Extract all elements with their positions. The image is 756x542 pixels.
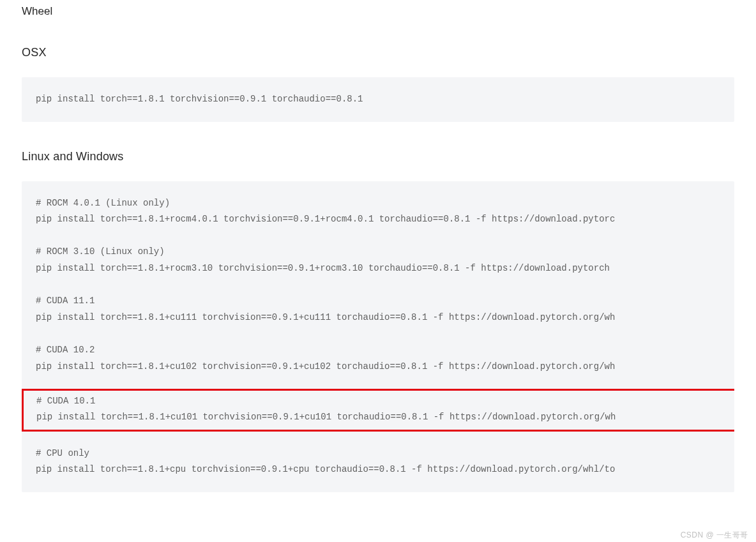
code-segment-highlight: # CUDA 10.1 pip install torch==1.8.1+cu1…: [36, 396, 616, 423]
heading-wheel: Wheel: [22, 5, 734, 18]
code-segment-bottom: # CPU only pip install torch==1.8.1+cpu …: [36, 448, 615, 475]
heading-osx: OSX: [22, 46, 734, 59]
code-segment-top: # ROCM 4.0.1 (Linux only) pip install to…: [36, 198, 615, 372]
code-block-linux-windows[interactable]: # ROCM 4.0.1 (Linux only) pip install to…: [22, 181, 734, 492]
heading-linux-windows: Linux and Windows: [22, 150, 734, 163]
code-block-osx[interactable]: pip install torch==1.8.1 torchvision==0.…: [22, 77, 734, 122]
code-scroll-wrapper[interactable]: # ROCM 4.0.1 (Linux only) pip install to…: [22, 181, 734, 497]
highlight-cuda101: # CUDA 10.1 pip install torch==1.8.1+cu1…: [22, 389, 734, 432]
